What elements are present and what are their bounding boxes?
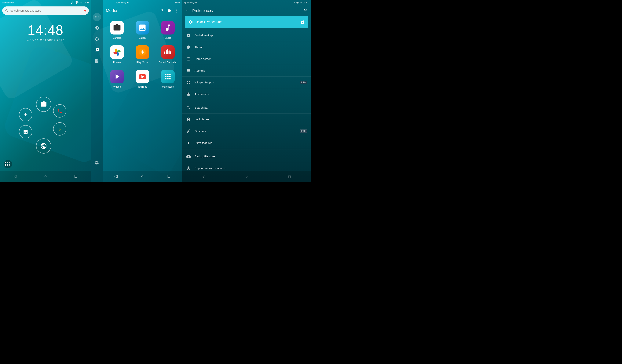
sidebar-item-documents[interactable] xyxy=(93,57,101,65)
recent-button-2[interactable]: □ xyxy=(165,172,173,180)
videos-icon-wrapper xyxy=(110,70,124,83)
pref-item-gestures[interactable]: Gestures PRO xyxy=(182,125,311,137)
bluetooth-icon-3 xyxy=(293,1,295,4)
playmusic-app-icon xyxy=(138,48,147,56)
svg-point-16 xyxy=(187,60,188,60)
app-browser[interactable] xyxy=(36,138,51,153)
svg-rect-7 xyxy=(170,51,171,54)
dot5 xyxy=(7,164,8,165)
back-button-1[interactable]: ◁ xyxy=(11,172,19,180)
search-button[interactable] xyxy=(160,9,164,13)
app-item-gallery[interactable]: Gallery xyxy=(130,18,155,42)
pref-item-app-grid[interactable]: App grid xyxy=(182,65,311,77)
sidebar-item-media[interactable] xyxy=(93,46,101,54)
gestures-pro-badge: PRO xyxy=(300,130,307,133)
camera-label: Camera xyxy=(113,37,121,39)
sidebar-item-more[interactable]: ••• xyxy=(93,13,101,21)
gallery-icon-wrapper xyxy=(136,21,149,35)
app-item-videos[interactable]: Videos xyxy=(104,67,130,91)
search-bar[interactable] xyxy=(2,6,89,15)
back-button-2[interactable]: ◁ xyxy=(112,172,120,180)
back-button-3-nav[interactable]: ◁ xyxy=(200,173,207,180)
pref-item-extra-features[interactable]: Extra features xyxy=(182,137,311,149)
app-item-photos[interactable]: Photos xyxy=(104,42,130,67)
sidebar-item-settings[interactable] xyxy=(93,158,101,167)
app-item-youtube[interactable]: YouTube xyxy=(130,67,155,91)
sidebar-item-web[interactable] xyxy=(93,24,101,32)
playmusic-label: Play Music xyxy=(136,61,149,64)
music-label: Music xyxy=(165,37,171,39)
backup-label: Backup/Restore xyxy=(194,155,307,158)
app-item-sound-recorder[interactable]: Sound Recorder xyxy=(155,42,180,67)
home-screen-icon xyxy=(186,56,191,62)
review-icon xyxy=(186,166,191,171)
app-phone[interactable] xyxy=(53,104,66,117)
app-telegram[interactable]: ✈ xyxy=(19,108,32,121)
app-drawer-button[interactable] xyxy=(4,160,12,168)
bottom-nav-1: ◁ ○ □ xyxy=(0,171,91,182)
home-button-1[interactable]: ○ xyxy=(42,172,49,180)
carrier-2: sparhandy.de xyxy=(117,1,129,4)
pref-item-backup-restore[interactable]: Backup/Restore xyxy=(182,151,311,162)
app-item-play-music[interactable]: Play Music xyxy=(130,42,155,67)
home-button-2[interactable]: ○ xyxy=(139,172,146,180)
overflow-menu-button[interactable]: ⋮ xyxy=(175,8,179,13)
app-item-music[interactable]: Music xyxy=(155,18,180,42)
clock-date: WED 11 OCTOBER 2017 xyxy=(0,39,91,42)
pref-search-button[interactable] xyxy=(304,8,308,13)
unlock-banner-label: Unlock Pro features xyxy=(196,20,298,24)
time-1: 14:48 xyxy=(83,1,89,4)
pref-item-search-bar[interactable]: Search bar xyxy=(182,102,311,114)
app-item-more-apps[interactable]: More apps xyxy=(155,67,180,91)
pref-item-home-screen[interactable]: Home screen xyxy=(182,53,311,65)
media-content: sparhandy.de 14:48 Media ⋮ Camera xyxy=(103,0,182,182)
pref-item-widget-support[interactable]: Widget Support PRO xyxy=(182,77,311,88)
app-item-camera[interactable]: Camera xyxy=(104,18,130,42)
pref-item-animations[interactable]: Animations xyxy=(182,88,311,100)
preferences-header: ← Preferences xyxy=(182,5,311,16)
home-screen-label: Home screen xyxy=(194,57,307,60)
music-icon: ♪ xyxy=(58,126,61,132)
svg-rect-20 xyxy=(189,81,190,82)
preferences-screen: sparhandy.de 69 14:51 ← Preferences Unlo… xyxy=(182,0,311,182)
theme-label: Theme xyxy=(194,45,307,49)
extra-features-icon xyxy=(186,140,191,146)
bottom-nav-3: ◁ ○ □ xyxy=(182,171,311,182)
sidebar-item-games[interactable] xyxy=(93,35,101,43)
store-button[interactable] xyxy=(167,9,172,13)
home-screen-grid-icon xyxy=(186,57,191,61)
app-icons-area: ✈ ♪ xyxy=(0,93,91,159)
app-camera[interactable] xyxy=(36,97,51,112)
preferences-list: Global settings Theme Home screen xyxy=(182,30,311,171)
svg-rect-5 xyxy=(167,49,168,54)
recent-button-1[interactable]: □ xyxy=(72,172,80,180)
gallery-app-icon xyxy=(138,23,147,32)
notification-dot xyxy=(84,10,86,12)
pref-item-lock-screen[interactable]: Lock Screen xyxy=(182,114,311,125)
back-button-3[interactable]: ← xyxy=(185,8,189,13)
carrier-1: sparhandy.de xyxy=(2,1,14,4)
status-bar-2: sparhandy.de 14:48 xyxy=(103,0,182,5)
pref-item-support-review[interactable]: Support us with a review xyxy=(182,162,311,171)
svg-point-10 xyxy=(187,57,188,58)
unlock-gear-icon xyxy=(188,19,193,24)
unlock-pro-banner[interactable]: Unlock Pro features xyxy=(185,16,308,28)
clock-time: 14:48 xyxy=(0,22,91,38)
app-music[interactable]: ♪ xyxy=(53,122,66,135)
pref-item-global-settings[interactable]: Global settings xyxy=(182,30,311,41)
pref-item-theme[interactable]: Theme xyxy=(182,41,311,53)
animations-label: Animations xyxy=(194,93,307,96)
recent-button-3[interactable]: □ xyxy=(286,173,293,180)
app-gallery[interactable] xyxy=(19,125,32,138)
support-review-label: Support us with a review xyxy=(194,167,307,170)
search-input[interactable] xyxy=(10,9,84,12)
svg-rect-21 xyxy=(187,83,188,84)
dot9 xyxy=(9,165,10,166)
home-button-3[interactable]: ○ xyxy=(243,173,250,180)
lockscreen-label: Lock Screen xyxy=(194,118,307,121)
carrier-3: sparhandy.de xyxy=(184,1,197,4)
status-bar-1: sparhandy.de 70 14:48 xyxy=(0,0,91,5)
media-header: Media ⋮ xyxy=(103,5,182,16)
photos-label: Photos xyxy=(113,61,121,64)
soundrec-icon-wrapper xyxy=(161,45,175,59)
